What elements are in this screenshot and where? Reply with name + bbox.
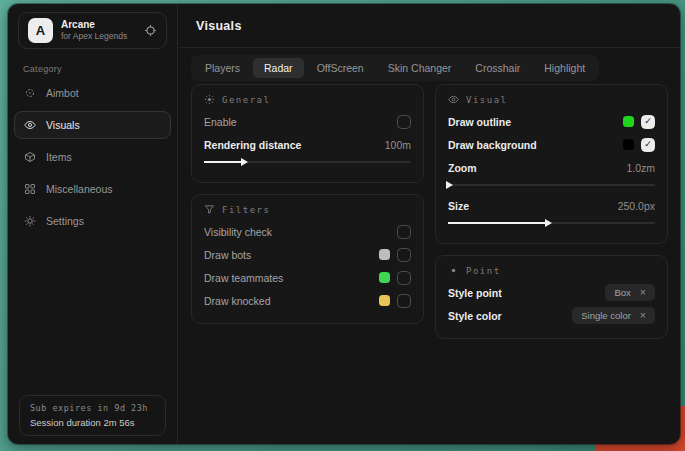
card-point-header: Point (448, 265, 655, 276)
rendering-distance-slider[interactable] (204, 157, 411, 167)
draw-bots-color-swatch[interactable] (379, 249, 390, 260)
sidebar-nav: Aimbot Visuals Items (8, 79, 177, 235)
setting-label: Enable (204, 116, 237, 128)
gear-icon (24, 215, 36, 227)
app-title-block: Arcane for Apex Legends (61, 20, 127, 41)
aimbot-crosshair-icon (24, 87, 36, 99)
main-panel: Visuals Players Radar OffScreen Skin Cha… (179, 4, 680, 444)
slider-track (448, 184, 655, 186)
card-title-label: Point (466, 266, 501, 276)
row-controls: ✓ (623, 138, 655, 152)
row-controls: ✓ (623, 115, 655, 129)
setting-label: Draw knocked (204, 295, 271, 307)
setting-row-style-color: Style color Single color × (448, 304, 655, 327)
sidebar-item-label: Settings (46, 215, 84, 227)
setting-row-enable: Enable (204, 110, 411, 133)
zoom-slider[interactable] (448, 180, 655, 190)
setting-row-draw-knocked: Draw knocked (204, 289, 411, 312)
setting-row-draw-background: Draw background ✓ (448, 133, 655, 156)
draw-outline-color-swatch[interactable] (623, 116, 634, 127)
card-general-header: General (204, 94, 411, 105)
funnel-icon (204, 204, 215, 215)
crosshair-icon (144, 24, 157, 37)
setting-label: Style point (448, 287, 502, 299)
tab-crosshair[interactable]: Crosshair (464, 58, 531, 78)
setting-label: Size (448, 200, 469, 212)
app-subtitle: for Apex Legends (61, 32, 127, 41)
app-window: A Arcane for Apex Legends Category (8, 4, 680, 444)
enable-checkbox[interactable] (397, 115, 411, 129)
setting-label: Zoom (448, 162, 477, 174)
draw-background-color-swatch[interactable] (623, 139, 634, 150)
setting-row-draw-bots: Draw bots (204, 243, 411, 266)
visibility-check-checkbox[interactable] (397, 225, 411, 239)
rendering-distance-value: 100m (385, 139, 411, 151)
tab-highlight[interactable]: Highlight (533, 58, 596, 78)
draw-knocked-color-swatch[interactable] (379, 295, 390, 306)
session-duration-text: Session duration 2m 56s (30, 417, 155, 428)
card-title-label: Visual (466, 95, 508, 105)
main-header: Visuals (179, 4, 680, 48)
tab-skin-changer[interactable]: Skin Changer (377, 58, 463, 78)
sidebar-item-visuals[interactable]: Visuals (14, 111, 171, 139)
box-icon (24, 151, 36, 163)
draw-knocked-checkbox[interactable] (397, 294, 411, 308)
setting-row-style-point: Style point Box × (448, 281, 655, 304)
setting-label: Draw bots (204, 249, 251, 261)
sidebar-item-items[interactable]: Items (14, 143, 171, 171)
app-name: Arcane (61, 20, 127, 30)
draw-outline-checkbox[interactable]: ✓ (641, 115, 655, 129)
card-filters-header: Filters (204, 204, 411, 215)
setting-label: Rendering distance (204, 139, 301, 151)
setting-row-rendering-distance: Rendering distance 100m (204, 133, 411, 156)
card-title-label: Filters (222, 205, 270, 215)
card-filters: Filters Visibility check Draw bots (191, 194, 424, 324)
draw-teammates-color-swatch[interactable] (379, 272, 390, 283)
setting-label: Draw teammates (204, 272, 283, 284)
sidebar-item-aimbot[interactable]: Aimbot (14, 79, 171, 107)
slider-handle[interactable] (446, 181, 453, 189)
sun-icon (204, 94, 215, 105)
check-icon: ✓ (644, 140, 652, 149)
slider-handle[interactable] (545, 219, 552, 227)
sidebar-category-label: Category (23, 64, 177, 74)
row-controls (379, 248, 411, 262)
draw-background-checkbox[interactable]: ✓ (641, 138, 655, 152)
style-color-value: Single color (581, 310, 631, 321)
sidebar-item-label: Aimbot (46, 87, 79, 99)
check-icon: ✓ (644, 117, 652, 126)
draw-bots-checkbox[interactable] (397, 248, 411, 262)
sidebar: A Arcane for Apex Legends Category (8, 4, 178, 444)
card-visual-header: Visual (448, 94, 655, 105)
tab-players[interactable]: Players (194, 58, 251, 78)
style-point-value: Box (614, 287, 630, 298)
setting-label: Visibility check (204, 226, 272, 238)
style-color-select[interactable]: Single color × (572, 307, 655, 324)
dot-icon (448, 265, 459, 276)
sub-expiry-text: Sub expires in 9d 23h (30, 403, 155, 413)
zoom-value: 1.0zm (626, 162, 655, 174)
card-general: General Enable Rendering distance 100m (191, 84, 424, 183)
sidebar-item-label: Items (46, 151, 72, 163)
eye-icon (448, 94, 459, 105)
slider-handle[interactable] (241, 158, 248, 166)
row-controls (379, 294, 411, 308)
draw-teammates-checkbox[interactable] (397, 271, 411, 285)
eye-icon (24, 119, 36, 131)
setting-row-draw-teammates: Draw teammates (204, 266, 411, 289)
content-area: General Enable Rendering distance 100m (179, 78, 680, 444)
close-icon[interactable]: × (640, 310, 646, 321)
content-right-column: Visual Draw outline ✓ Draw background (435, 84, 668, 339)
sidebar-item-label: Visuals (46, 119, 80, 131)
setting-label: Draw outline (448, 116, 511, 128)
tab-radar[interactable]: Radar (253, 58, 304, 78)
sidebar-item-miscellaneous[interactable]: Miscellaneous (14, 175, 171, 203)
tab-offscreen[interactable]: OffScreen (306, 58, 375, 78)
sidebar-item-settings[interactable]: Settings (14, 207, 171, 235)
setting-row-visibility-check: Visibility check (204, 220, 411, 243)
size-slider[interactable] (448, 218, 655, 228)
subscription-status-card: Sub expires in 9d 23h Session duration 2… (19, 395, 166, 436)
style-point-select[interactable]: Box × (605, 284, 655, 301)
close-icon[interactable]: × (640, 287, 646, 298)
row-controls (379, 271, 411, 285)
